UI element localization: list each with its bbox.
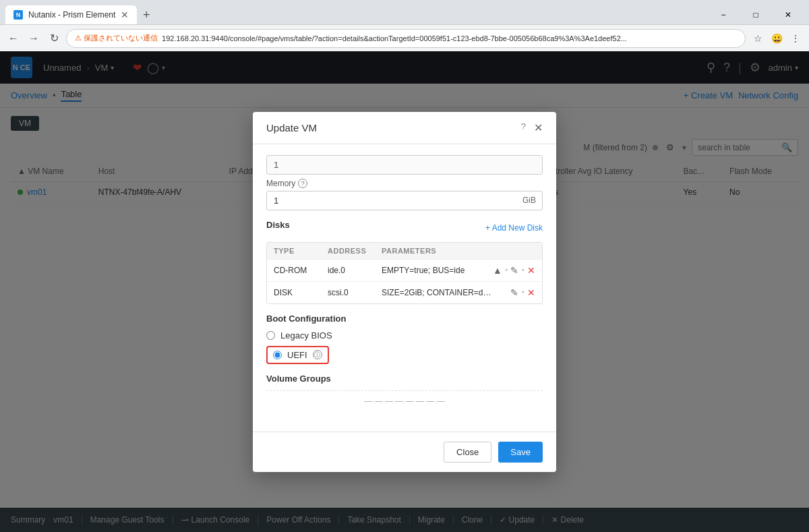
cdrom-type: CD-ROM [274, 266, 328, 275]
disk-address: scsi.0 [328, 288, 382, 297]
boot-radio-group: Legacy BIOS UEFI ⓘ [266, 330, 543, 364]
disk-edit-btn[interactable]: ✎ [510, 287, 518, 298]
disk-table: TYPE ADDRESS PARAMETERS CD-ROM ide.0 EMP… [266, 242, 543, 304]
cdrom-edit-btn[interactable]: ✎ [510, 265, 518, 276]
minimize-btn[interactable]: − [708, 5, 739, 25]
address-bar[interactable]: ⚠ 保護されていない通信 192.168.20.31:9440/console/… [66, 29, 746, 48]
legacy-bios-option[interactable]: Legacy BIOS [266, 330, 543, 341]
close-button[interactable]: Close [444, 442, 491, 463]
uefi-radio[interactable] [273, 351, 282, 359]
volume-groups-title: Volume Groups [266, 374, 543, 384]
boot-config-section: Boot Configuration Legacy BIOS UEFI ⓘ [266, 314, 543, 364]
modal-body: 1 Memory ? GiB Disks [253, 144, 556, 432]
memory-label: Memory ? [266, 179, 543, 188]
browser-actions: ☆ 😀 ⋮ [750, 30, 804, 47]
cdrom-up-btn[interactable]: ▲ [493, 265, 502, 276]
modal-overlay: Update VM ? ✕ 1 Memory ? [0, 51, 809, 532]
modal-header-actions: ? ✕ [521, 121, 543, 134]
disks-section: Disks + Add New Disk TYPE ADDRESS PARAME… [266, 220, 543, 304]
disks-title: Disks [266, 220, 290, 230]
cdrom-actions: ▲ • ✎ • ✕ [495, 265, 535, 276]
uefi-info-icon[interactable]: ⓘ [313, 350, 322, 359]
cdrom-delete-btn[interactable]: ✕ [527, 265, 535, 276]
forward-btn[interactable]: → [26, 30, 42, 47]
tab-bar: N Nutanix - Prism Element ✕ + − □ ✕ [0, 0, 809, 24]
memory-unit: GiB [522, 196, 536, 205]
disk-delete-btn[interactable]: ✕ [527, 287, 535, 298]
profile-btn[interactable]: 😀 [769, 30, 785, 47]
actions-col-header [495, 247, 535, 255]
url-text: 192.168.20.31:9440/console/#page/vms/tab… [162, 34, 627, 42]
disk-params: SIZE=2GiB; CONTAINER=def... [382, 288, 495, 297]
uefi-option[interactable]: UEFI ⓘ [273, 350, 322, 360]
save-button[interactable]: Save [498, 442, 543, 463]
tab-favicon: N [13, 10, 23, 20]
app-container: N CE Unnamed › VM ▾ ❤ ◯▾ ⚲ ? | ⚙ admin ▾ [0, 51, 809, 532]
disk-row-disk: DISK scsi.0 SIZE=2GiB; CONTAINER=def... … [267, 281, 542, 303]
memory-group: Memory ? GiB [266, 179, 543, 210]
modal-close-btn[interactable]: ✕ [534, 121, 543, 134]
disks-header: Disks + Add New Disk [266, 220, 543, 237]
legacy-bios-radio[interactable] [266, 331, 275, 340]
memory-input-wrapper: GiB [266, 191, 543, 210]
update-vm-modal: Update VM ? ✕ 1 Memory ? [253, 112, 556, 472]
window-controls: − □ ✕ [708, 5, 804, 25]
bookmark-btn[interactable]: ☆ [750, 30, 766, 47]
active-tab[interactable]: N Nutanix - Prism Element ✕ [5, 5, 137, 24]
memory-input[interactable] [266, 191, 543, 210]
modal-header: Update VM ? ✕ [253, 112, 556, 144]
browser-controls: ← → ↻ ⚠ 保護されていない通信 192.168.20.31:9440/co… [0, 24, 809, 51]
add-disk-btn[interactable]: + Add New Disk [485, 223, 543, 233]
refresh-btn[interactable]: ↻ [46, 30, 62, 47]
security-warning: ⚠ 保護されていない通信 [75, 33, 158, 43]
new-tab-btn[interactable]: + [137, 5, 156, 24]
cdrom-address: ide.0 [328, 266, 382, 275]
help-icon[interactable]: ? [521, 121, 526, 134]
cdrom-params: EMPTY=true; BUS=ide [382, 266, 495, 275]
uefi-option-container[interactable]: UEFI ⓘ [266, 346, 329, 364]
back-btn[interactable]: ← [5, 30, 22, 47]
maximize-btn[interactable]: □ [740, 5, 771, 25]
menu-btn[interactable]: ⋮ [787, 30, 804, 47]
disk-actions: ✎ • ✕ [495, 287, 535, 298]
modal-footer: Close Save [253, 432, 556, 472]
close-btn[interactable]: ✕ [773, 5, 804, 25]
address-col-header: ADDRESS [328, 247, 382, 255]
tab-title: Nutanix - Prism Element [28, 10, 115, 20]
volume-groups-section: Volume Groups — — — — — — — — [266, 374, 543, 411]
params-col-header: PARAMETERS [382, 247, 495, 255]
uefi-label: UEFI [287, 350, 307, 360]
tab-close-btn[interactable]: ✕ [121, 9, 129, 20]
disk-type: DISK [274, 288, 328, 297]
boot-config-title: Boot Configuration [266, 314, 543, 324]
modal-title: Update VM [266, 122, 317, 134]
memory-info-icon[interactable]: ? [298, 179, 307, 188]
type-col-header: TYPE [274, 247, 328, 255]
browser-top: N Nutanix - Prism Element ✕ + − □ ✕ ← → … [0, 0, 809, 51]
disk-row-cdrom: CD-ROM ide.0 EMPTY=true; BUS=ide ▲ • ✎ •… [267, 259, 542, 281]
legacy-bios-label: Legacy BIOS [280, 330, 332, 341]
disk-table-header: TYPE ADDRESS PARAMETERS [267, 243, 542, 259]
volume-groups-empty: — — — — — — — — [266, 390, 543, 411]
